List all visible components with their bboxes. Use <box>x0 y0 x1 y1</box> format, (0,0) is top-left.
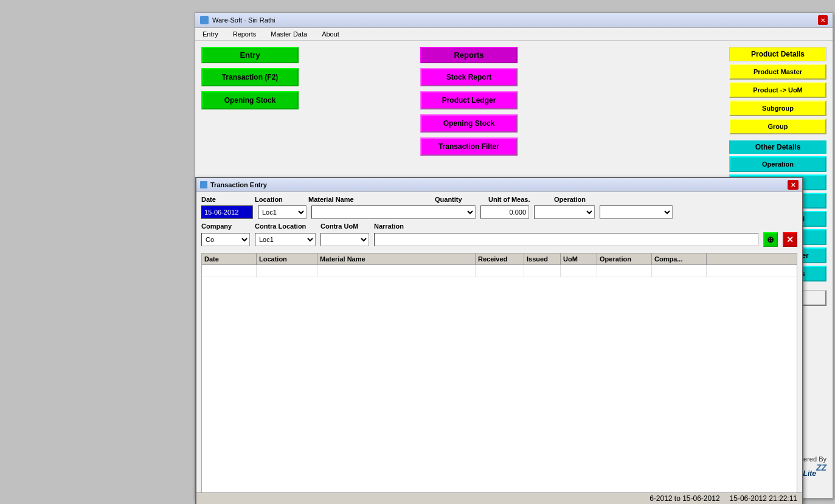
transaction-btn[interactable]: Transaction (F2) <box>201 68 299 86</box>
title-bar-left: Ware-Soft - Siri Rathi <box>200 16 275 24</box>
operation-label: Operation <box>554 196 603 203</box>
company-label: Company <box>201 223 250 230</box>
sub-close-button[interactable]: ✕ <box>788 180 799 190</box>
col-location: Location <box>257 254 317 264</box>
opening-stock-btn[interactable]: Opening Stock <box>201 91 299 109</box>
other-details-label: Other Details <box>729 140 826 154</box>
delete-row-button[interactable]: ✕ <box>783 232 797 247</box>
transaction-filter-btn[interactable]: Transaction Filter <box>420 137 518 156</box>
form-area: Date Location Material Name Quantity Uni… <box>196 192 802 250</box>
sub-status-bar: 6-2012 to 15-06-2012 15-06-2012 21:22:11 <box>196 492 802 504</box>
form-row-1-inputs: Loc1 <box>201 205 797 219</box>
col-issued: Issued <box>524 254 561 264</box>
col-received: Received <box>476 254 524 264</box>
location-label: Location <box>255 196 303 203</box>
menu-bar: Entry Reports Master Data About <box>195 28 833 41</box>
col-uom: UoM <box>561 254 597 264</box>
date-label: Date <box>201 196 250 203</box>
entry-label[interactable]: Entry <box>201 47 299 63</box>
menu-entry[interactable]: Entry <box>200 29 221 39</box>
menu-about[interactable]: About <box>319 29 342 39</box>
form-row-2: Company Contra Location Contra UoM Narra… <box>201 223 797 230</box>
col-material-name: Material Name <box>317 254 476 264</box>
company-select[interactable]: Co <box>201 233 250 246</box>
quantity-label: Quantity <box>435 196 483 203</box>
menu-master-data[interactable]: Master Data <box>268 29 310 39</box>
date-range-status: 6-2012 to 15-06-2012 <box>650 494 719 503</box>
table-row <box>202 265 797 277</box>
window-title: Ware-Soft - Siri Rathi <box>212 16 275 24</box>
form-row-1: Date Location Material Name Quantity Uni… <box>201 196 797 203</box>
transaction-entry-window: Transaction Entry ✕ Date Location Materi… <box>195 177 803 504</box>
material-name-select[interactable] <box>311 205 476 219</box>
material-name-label: Material Name <box>308 196 430 203</box>
sub-window-title: Transaction Entry <box>210 181 267 188</box>
title-bar: Ware-Soft - Siri Rathi ✕ <box>195 13 833 28</box>
menu-reports[interactable]: Reports <box>230 29 259 39</box>
product-ledger-btn[interactable]: Product Ledger <box>420 91 518 109</box>
grid-header: Date Location Material Name Received Iss… <box>202 254 797 265</box>
col-date: Date <box>202 254 257 264</box>
datetime-status: 15-06-2012 21:22:11 <box>730 494 797 503</box>
contra-uom-label: Contra UoM <box>320 223 369 230</box>
opening-stock-report-btn[interactable]: Opening Stock <box>420 114 518 133</box>
main-window: Ware-Soft - Siri Rathi ✕ Entry Reports M… <box>195 12 833 499</box>
close-button[interactable]: ✕ <box>818 15 828 25</box>
product-uom-btn[interactable]: Product -> UoM <box>729 82 826 98</box>
operation-btn[interactable]: Operation <box>729 156 826 172</box>
contra-location-label: Contra Location <box>255 223 316 230</box>
group-btn[interactable]: Group <box>729 119 826 134</box>
date-input[interactable] <box>201 205 253 219</box>
col-operation: Operation <box>597 254 652 264</box>
operation-select[interactable] <box>600 205 673 219</box>
uom-label: Unit of Meas. <box>488 196 549 203</box>
stock-report-btn[interactable]: Stock Report <box>420 68 518 86</box>
reports-label[interactable]: Reports <box>420 47 518 63</box>
contra-uom-select[interactable] <box>320 233 369 246</box>
col-company: Compa... <box>652 254 707 264</box>
subgroup-btn[interactable]: Subgroup <box>729 100 826 116</box>
contra-location-select[interactable]: Loc1 <box>255 233 316 246</box>
grid-body[interactable] <box>202 265 797 496</box>
narration-label: Narration <box>374 223 423 230</box>
narration-input[interactable] <box>374 233 758 246</box>
data-grid: Date Location Material Name Received Iss… <box>201 253 797 497</box>
app-icon <box>200 16 209 24</box>
product-master-btn[interactable]: Product Master <box>729 64 826 80</box>
product-details-label: Product Details <box>729 47 826 61</box>
sub-title-bar: Transaction Entry ✕ <box>196 178 802 192</box>
uom-select[interactable] <box>534 205 595 219</box>
quantity-input[interactable] <box>480 205 529 219</box>
location-select[interactable]: Loc1 <box>258 205 307 219</box>
sub-title-left: Transaction Entry <box>200 181 267 188</box>
sub-window-icon <box>200 181 207 188</box>
form-row-2-inputs: Co Loc1 ⊕ ✕ <box>201 232 797 247</box>
add-row-button[interactable]: ⊕ <box>763 232 778 247</box>
